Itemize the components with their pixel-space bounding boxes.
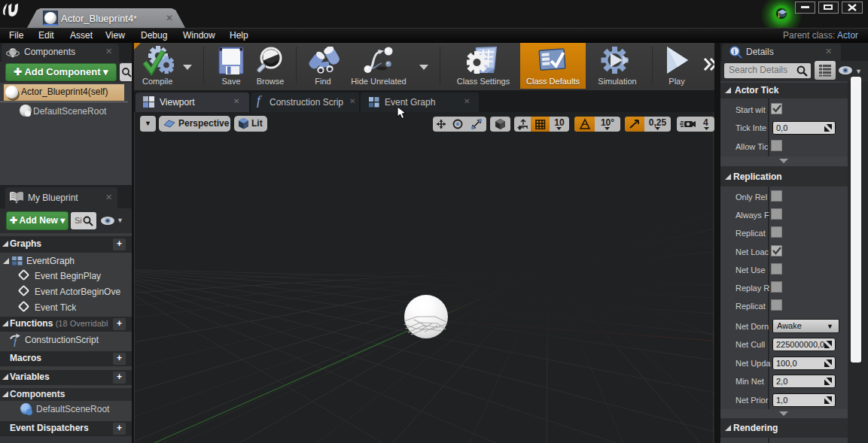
svg-text:i: i [733,47,736,56]
